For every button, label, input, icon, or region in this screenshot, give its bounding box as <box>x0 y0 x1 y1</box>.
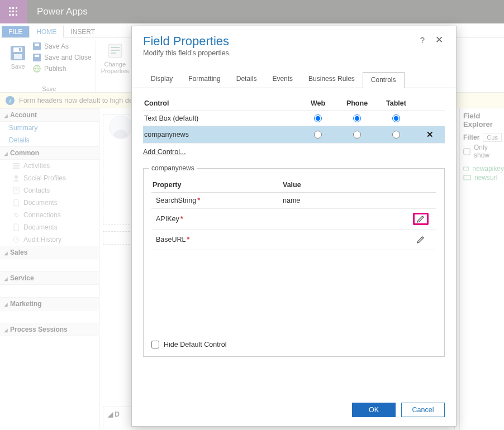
nav-section-common[interactable]: Common <box>0 146 99 160</box>
nav-item-summary[interactable]: Summary <box>0 122 99 134</box>
save-as-button[interactable]: Save As <box>32 42 92 51</box>
only-show-checkbox[interactable] <box>463 148 470 155</box>
waffle-icon <box>9 7 18 16</box>
svg-rect-0 <box>9 7 11 9</box>
svg-point-25 <box>15 175 18 179</box>
change-properties-button[interactable]: Change Properties <box>99 41 131 75</box>
tab-events[interactable]: Events <box>264 71 301 88</box>
cancel-button[interactable]: Cancel <box>401 403 445 417</box>
value-col-header: Value <box>283 181 413 189</box>
nav-section-account[interactable]: Account <box>0 108 99 122</box>
svg-rect-1 <box>12 7 14 9</box>
edit-baseurl-button[interactable] <box>413 233 429 246</box>
save-and-close-button[interactable]: Save and Close <box>32 53 92 62</box>
web-col-header: Web <box>298 99 337 107</box>
add-control-link[interactable]: Add Control... <box>143 148 186 156</box>
app-launcher-button[interactable] <box>0 0 27 23</box>
hide-default-control-row[interactable]: Hide Default Control <box>151 341 436 348</box>
tab-formatting[interactable]: Formatting <box>180 71 228 88</box>
nav-section-service[interactable]: Service <box>0 271 99 285</box>
filter-dropdown[interactable]: Cus <box>483 133 502 142</box>
nav-section-marketing[interactable]: Marketing <box>0 297 99 310</box>
dialog-tabs: Display Formatting Details Events Busine… <box>132 61 456 88</box>
ribbon-tab-insert[interactable]: INSERT <box>64 26 102 37</box>
svg-rect-11 <box>14 54 22 59</box>
svg-rect-8 <box>16 14 17 16</box>
svg-rect-4 <box>12 11 14 12</box>
save-as-label: Save As <box>44 42 69 50</box>
save-as-icon <box>32 42 41 51</box>
radio-textbox-web[interactable] <box>314 114 322 122</box>
tab-display[interactable]: Display <box>143 71 180 88</box>
controls-table: Control Web Phone Tablet Text Box (defau… <box>143 97 445 144</box>
field-explorer-title: Field Explorer <box>463 112 504 128</box>
save-label: Save <box>11 63 25 70</box>
svg-rect-21 <box>111 52 116 54</box>
nav-item-audit-history[interactable]: Audit History <box>0 233 99 246</box>
save-close-label: Save and Close <box>44 54 92 61</box>
help-button[interactable]: ? <box>417 34 428 45</box>
nav-item-documents-1[interactable]: Documents <box>0 197 99 209</box>
save-button[interactable]: Save <box>7 41 29 73</box>
field-icon <box>463 165 469 173</box>
svg-rect-5 <box>16 11 17 12</box>
field-item-newapikey[interactable]: newapikey <box>463 164 504 173</box>
control-row-companynews[interactable]: companynews ✕ <box>143 126 445 144</box>
prop-name: BaseURL <box>156 236 186 243</box>
radio-textbox-tablet[interactable] <box>392 114 400 122</box>
field-icon <box>463 174 471 181</box>
svg-point-27 <box>16 189 17 190</box>
nav-common-items: Activities Social Profiles Contacts Docu… <box>0 160 99 246</box>
ribbon-tab-file[interactable]: FILE <box>2 26 29 37</box>
control-row-name: Text Box (default) <box>144 114 298 122</box>
tab-controls[interactable]: Controls <box>363 72 405 88</box>
remove-control-button[interactable]: ✕ <box>416 130 444 140</box>
link-icon <box>12 211 20 219</box>
svg-rect-6 <box>9 14 11 16</box>
prop-row-searchstring[interactable]: SearchString* name <box>151 193 436 209</box>
fieldset-legend: companynews <box>149 164 197 172</box>
radio-companynews-phone[interactable] <box>353 131 361 138</box>
change-properties-label: Change Properties <box>101 61 129 74</box>
radio-companynews-tablet[interactable] <box>392 131 400 138</box>
phone-col-header: Phone <box>337 99 377 107</box>
edit-apikey-button[interactable] <box>413 213 429 225</box>
ok-button[interactable]: OK <box>352 403 396 417</box>
control-col-header: Control <box>144 99 298 107</box>
field-item-newsurl[interactable]: newsurl <box>463 173 504 182</box>
close-icon: ✕ <box>435 34 443 46</box>
contact-icon <box>12 187 20 194</box>
close-button[interactable]: ✕ <box>434 34 445 45</box>
properties-icon <box>106 42 124 60</box>
hide-default-label: Hide Default Control <box>164 341 227 348</box>
control-properties-fieldset: companynews Property Value SearchString*… <box>143 168 445 357</box>
app-title: Power Apps <box>37 6 88 17</box>
control-row-textbox[interactable]: Text Box (default) <box>143 111 445 126</box>
nav-section-process-sessions[interactable]: Process Sessions <box>0 323 99 336</box>
left-nav: Account Summary Details Common Activitie… <box>0 108 99 430</box>
prop-row-apikey[interactable]: APIKey* <box>151 209 436 230</box>
title-bar: Power Apps <box>0 0 504 23</box>
publish-button[interactable]: Publish <box>32 64 92 73</box>
radio-companynews-web[interactable] <box>314 131 322 138</box>
svg-rect-10 <box>13 47 22 52</box>
tab-details[interactable]: Details <box>229 71 265 88</box>
radio-textbox-phone[interactable] <box>353 114 361 122</box>
ribbon-tab-home[interactable]: HOME <box>29 26 64 38</box>
nav-item-contacts[interactable]: Contacts <box>0 184 99 197</box>
field-explorer-panel: Field Explorer Filter Cus Only show newa… <box>459 108 504 430</box>
people-icon <box>12 174 20 182</box>
nav-item-documents-2[interactable]: Documents <box>0 221 99 233</box>
hide-default-checkbox[interactable] <box>151 341 159 348</box>
tab-business-rules[interactable]: Business Rules <box>301 71 363 88</box>
prop-row-baseurl[interactable]: BaseURL* <box>151 230 436 250</box>
nav-item-social-profiles[interactable]: Social Profiles <box>0 172 99 184</box>
nav-item-activities[interactable]: Activities <box>0 160 99 172</box>
prop-value: name <box>283 197 413 204</box>
svg-rect-30 <box>464 175 470 180</box>
svg-rect-24 <box>13 168 20 169</box>
nav-item-details[interactable]: Details <box>0 134 99 146</box>
nav-section-sales[interactable]: Sales <box>0 246 99 259</box>
nav-item-connections[interactable]: Connections <box>0 209 99 221</box>
close-icon: ✕ <box>426 130 434 140</box>
